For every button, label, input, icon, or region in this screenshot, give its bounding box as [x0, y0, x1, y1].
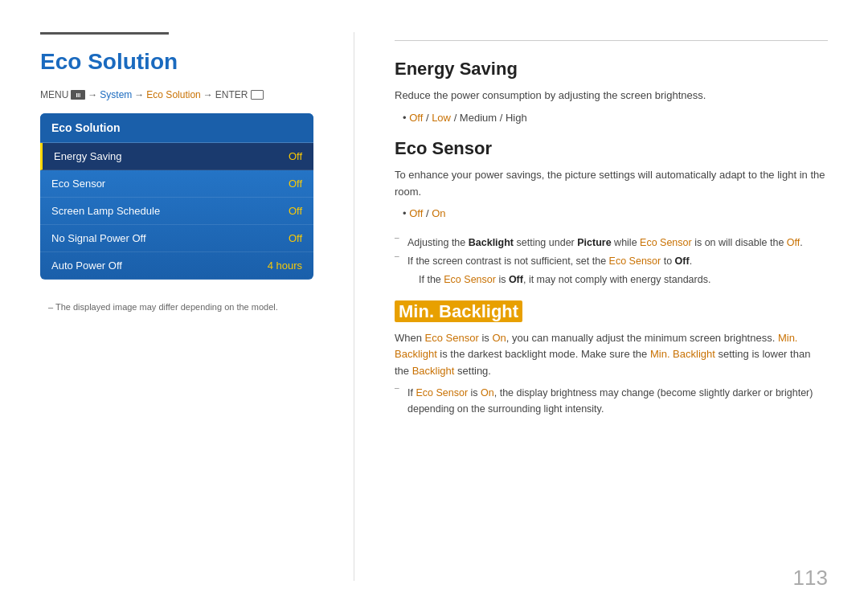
menu-item-auto-power[interactable]: Auto Power Off 4 hours — [40, 252, 313, 280]
energy-saving-title: Energy Saving — [395, 59, 828, 80]
min-backlight-section: Min. Backlight When Eco Sensor is On, yo… — [395, 301, 828, 419]
menu-item-value: 4 hours — [268, 260, 302, 272]
eco-solution-box: Eco Solution Energy Saving Off Eco Senso… — [40, 113, 313, 280]
option-sep2: / — [454, 112, 460, 124]
enter-icon — [251, 90, 264, 100]
top-divider — [40, 32, 169, 35]
min-backlight-title: Min. Backlight — [395, 300, 522, 322]
right-column: Energy Saving Reduce the power consumpti… — [395, 32, 828, 581]
menu-item-value: Off — [289, 205, 302, 217]
left-column: Eco Solution MENU III → System → Eco Sol… — [40, 32, 313, 581]
vertical-divider — [354, 32, 354, 581]
energy-saving-option: Off / Low / Medium / High — [403, 109, 828, 127]
min-backlight-note: If Eco Sensor is On, the display brightn… — [395, 385, 828, 417]
option-medium: Medium — [460, 112, 497, 124]
menu-item-value: Off — [289, 150, 302, 162]
menu-item-energy-saving[interactable]: Energy Saving Off — [40, 143, 313, 170]
eco-sensor-subnote: If the Eco Sensor is Off, it may not com… — [395, 272, 828, 288]
min-backlight-title-wrapper: Min. Backlight — [395, 301, 828, 322]
option-low: Low — [432, 112, 451, 124]
eco-sensor-section: Eco Sensor To enhance your power savings… — [395, 138, 828, 290]
menu-icon: III — [71, 90, 85, 100]
option-sep3: / — [500, 112, 506, 124]
menu-item-label: Energy Saving — [54, 150, 122, 162]
menu-item-label: No Signal Power Off — [51, 232, 146, 244]
arrow-3: → — [203, 89, 213, 100]
min-backlight-description: When Eco Sensor is On, you can manually … — [395, 330, 828, 380]
menu-item-no-signal[interactable]: No Signal Power Off Off — [40, 225, 313, 252]
footnote: The displayed image may differ depending… — [40, 302, 313, 312]
menu-path: MENU III → System → Eco Solution → ENTER — [40, 89, 313, 100]
energy-saving-description: Reduce the power consumption by adjustin… — [395, 88, 828, 104]
menu-item-label: Auto Power Off — [51, 260, 122, 272]
menu-item-eco-sensor[interactable]: Eco Sensor Off — [40, 170, 313, 198]
eco-sensor-title: Eco Sensor — [395, 138, 828, 159]
menu-item-screen-lamp[interactable]: Screen Lamp Schedule Off — [40, 198, 313, 225]
menu-item-value: Off — [289, 178, 302, 190]
energy-saving-options: Off / Low / Medium / High — [403, 109, 828, 127]
eco-sensor-options: Off / On — [403, 205, 828, 223]
eco-off: Off — [409, 207, 423, 219]
page-number: 113 — [793, 566, 828, 591]
menu-item-value: Off — [289, 232, 302, 244]
enter-label: ENTER — [215, 89, 248, 100]
menu-label: MENU — [40, 89, 68, 100]
arrow-2: → — [134, 89, 144, 100]
eco-sensor-note1: Adjusting the Backlight setting under Pi… — [395, 235, 828, 251]
energy-saving-section: Energy Saving Reduce the power consumpti… — [395, 59, 828, 138]
option-off: Off — [409, 112, 423, 124]
eco-box-title: Eco Solution — [40, 113, 313, 143]
option-high: High — [506, 112, 527, 124]
menu-item-label: Eco Sensor — [51, 178, 105, 190]
eco-sensor-option: Off / On — [403, 205, 828, 223]
top-right-divider — [395, 40, 828, 41]
system-link: System — [100, 89, 132, 100]
eco-sensor-note2: If the screen contrast is not sufficient… — [395, 253, 828, 269]
menu-item-label: Screen Lamp Schedule — [51, 205, 160, 217]
arrow-1: → — [88, 89, 97, 100]
eco-on: On — [432, 207, 445, 219]
eco-solution-link: Eco Solution — [146, 89, 200, 100]
page-title: Eco Solution — [40, 49, 313, 75]
eco-sensor-description: To enhance your power savings, the pictu… — [395, 167, 828, 201]
